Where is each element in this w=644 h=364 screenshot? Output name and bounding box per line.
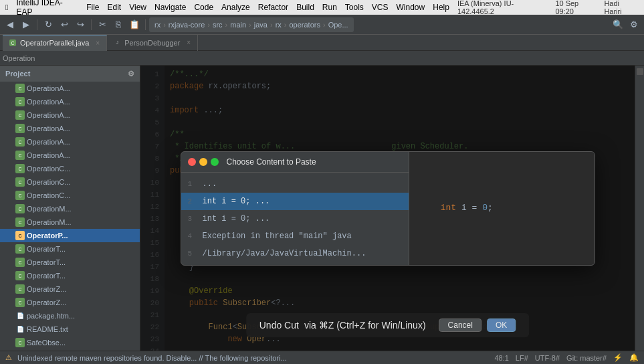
sidebar-item-1[interactable]: C OperationA... — [0, 95, 140, 108]
forward-button[interactable]: ▶ — [19, 17, 33, 32]
preview-semi: ; — [488, 203, 493, 213]
apple-menu[interactable]:  — [5, 3, 8, 12]
class-icon: C — [15, 84, 25, 93]
menu-view[interactable]: View — [129, 3, 146, 12]
sidebar-item-6[interactable]: C OperationC... — [0, 162, 140, 175]
sidebar-item-18[interactable]: 📄 README.txt — [0, 323, 140, 336]
sidebar-item-0[interactable]: C OperationA... — [0, 82, 140, 95]
undo-button[interactable]: ↩ — [57, 17, 72, 32]
menu-file[interactable]: File — [86, 3, 99, 12]
sidebar-item-2[interactable]: C OperationA... — [0, 108, 140, 122]
dialog-item-2[interactable]: 2 int i = 0; ... — [181, 193, 409, 210]
tab-close-person[interactable]: × — [187, 39, 191, 46]
power-icon: ⚡ — [613, 353, 623, 362]
menu-vcs[interactable]: VCS — [372, 3, 389, 12]
git-branch: Git: master# — [566, 354, 607, 362]
cursor-position: 48:1 — [494, 354, 508, 362]
sidebar-item-8[interactable]: C OperationC... — [0, 189, 140, 202]
menu-intellij[interactable]: IntelliJ IDEA-EAP — [16, 0, 78, 17]
dialog-item-1[interactable]: 1 ... — [181, 175, 409, 193]
status-warning-icon: ⚠ — [5, 353, 12, 362]
menu-help[interactable]: Help — [433, 3, 449, 12]
bc-rx2[interactable]: rx — [276, 21, 282, 29]
tree-label: OperationC... — [27, 191, 70, 199]
tree-label: OperatorP... — [27, 232, 68, 240]
menu-build[interactable]: Build — [296, 3, 314, 12]
sidebar-item-9[interactable]: C OperationM... — [0, 202, 140, 215]
class-icon: C — [15, 177, 25, 187]
menu-tools[interactable]: Tools — [345, 3, 364, 12]
tab-person-debugger[interactable]: J PersonDebugger × — [107, 35, 198, 51]
preview-eq: = — [472, 203, 477, 213]
dialog-item-5[interactable]: 5 /Library/Java/JavaVirtualMachin... — [181, 245, 409, 262]
dialog-list: 1 ... 2 int i = 0; ... 3 int i = 0; ... — [181, 173, 409, 265]
close-dot[interactable] — [188, 158, 196, 166]
item-num: 5 — [188, 250, 197, 258]
menu-window[interactable]: Window — [397, 3, 425, 12]
toolbar: ◀ ▶ ↻ ↩ ↪ ✂ ⎘ 📋 rx › rxjava-core › src ›… — [0, 15, 644, 35]
sidebar-item-10[interactable]: C OperationM... — [0, 215, 140, 229]
sidebar-item-15[interactable]: C OperatorZ... — [0, 282, 140, 296]
bc-file[interactable]: Ope... — [328, 21, 348, 29]
bc-rx[interactable]: rx — [154, 21, 160, 29]
bc-sep2: › — [207, 21, 210, 29]
bc-operators[interactable]: operators — [289, 21, 320, 29]
cancel-button[interactable]: Cancel — [439, 318, 481, 332]
cut-button[interactable]: ✂ — [95, 17, 110, 32]
refresh-button[interactable]: ↻ — [41, 17, 56, 32]
menu-bar:  IntelliJ IDEA-EAP File Edit View Navig… — [0, 0, 644, 15]
sidebar-item-14[interactable]: C OperatorT... — [0, 269, 140, 282]
right-panel-button[interactable] — [637, 68, 643, 75]
back-button[interactable]: ◀ — [3, 17, 17, 32]
paste-button[interactable]: 📋 — [127, 17, 142, 32]
bc-src[interactable]: src — [213, 21, 223, 29]
search-button[interactable]: 🔍 — [611, 17, 625, 32]
choose-content-panel: Choose Content to Paste 1 ... 2 int i = … — [181, 151, 595, 266]
dialog-item-4[interactable]: 4 Exception in thread "main" java — [181, 227, 409, 245]
menu-edit[interactable]: Edit — [108, 3, 122, 12]
settings-button[interactable]: ⚙ — [627, 17, 641, 32]
sidebar-item-16[interactable]: C OperatorZ... — [0, 296, 140, 309]
sidebar-item-12[interactable]: C OperatorT... — [0, 242, 140, 256]
menu-code[interactable]: Code — [194, 3, 213, 12]
redo-button[interactable]: ↪ — [73, 17, 88, 32]
toolbar-separator-2 — [91, 19, 92, 30]
datetime: 10 Sep 09:20 — [555, 0, 599, 15]
tab-operator-parallel[interactable]: C OperatorParallel.java × — [3, 35, 107, 51]
sidebar: Project ⚙ C OperationA... C OperationA..… — [0, 66, 140, 351]
bc-java[interactable]: java — [254, 21, 267, 29]
item-label: int i = 0; ... — [203, 214, 270, 223]
sidebar-item-4[interactable]: C OperationA... — [0, 135, 140, 149]
menu-navigate[interactable]: Navigate — [154, 3, 186, 12]
bc-operation[interactable]: Operation — [3, 54, 35, 62]
menu-run[interactable]: Run — [322, 3, 337, 12]
menu-refactor[interactable]: Refactor — [258, 3, 288, 12]
bc-rxjava[interactable]: rxjava-core — [169, 21, 205, 29]
minimize-dot[interactable] — [199, 158, 207, 166]
sidebar-item-3[interactable]: C OperationA... — [0, 122, 140, 135]
sidebar-item-operator-parallel[interactable]: C OperatorP... — [0, 229, 140, 242]
editor-area: 12345 678910 1112131415 1617181920 21222… — [140, 66, 635, 351]
sidebar-item-5[interactable]: C OperationA... — [0, 149, 140, 162]
status-right: 48:1 LF# UTF-8# Git: master# ⚡ 🔔 — [494, 353, 639, 362]
class-icon: C — [15, 217, 25, 227]
item-num: 2 — [188, 197, 197, 205]
ok-button[interactable]: OK — [487, 318, 516, 332]
dialog-item-3[interactable]: 3 int i = 0; ... — [181, 210, 409, 227]
notification-icon: 🔔 — [629, 353, 639, 362]
preview-var: i — [461, 203, 467, 213]
sidebar-item-17[interactable]: 📄 package.htm... — [0, 309, 140, 323]
toolbar-breadcrumb[interactable]: rx › rxjava-core › src › main › java › r… — [149, 17, 354, 32]
item-label: ... — [203, 179, 217, 189]
sidebar-item-19[interactable]: C SafeObse... — [0, 336, 140, 349]
sidebar-gear-icon[interactable]: ⚙ — [128, 70, 134, 78]
tab-close-operator[interactable]: × — [96, 39, 100, 47]
sidebar-item-13[interactable]: C OperatorT... — [0, 256, 140, 269]
menu-analyze[interactable]: Analyze — [221, 3, 250, 12]
undo-shortcut: via ⌘Z (Ctrl+Z for Win/Linux) — [304, 320, 426, 331]
maximize-dot[interactable] — [211, 158, 219, 166]
tree-label: package.htm... — [27, 312, 75, 320]
sidebar-item-7[interactable]: C OperationC... — [0, 175, 140, 189]
bc-main[interactable]: main — [230, 21, 246, 29]
copy-button[interactable]: ⎘ — [111, 17, 126, 32]
